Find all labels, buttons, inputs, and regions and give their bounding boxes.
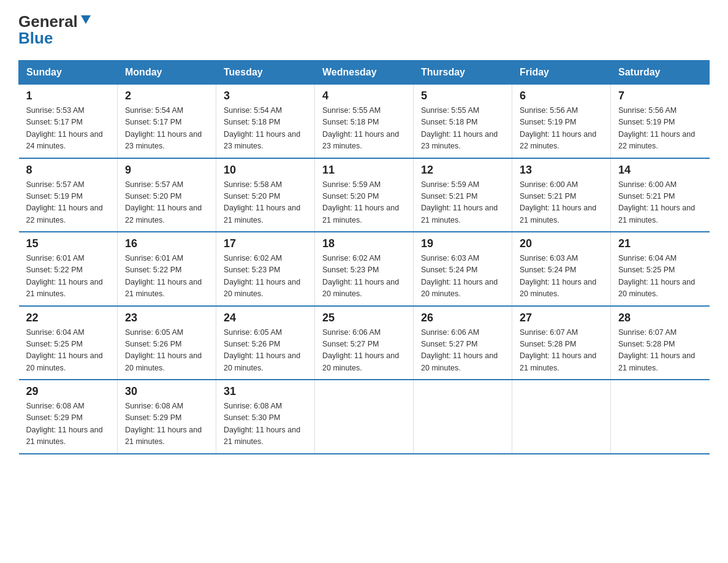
day-cell-16: 16 Sunrise: 6:01 AM Sunset: 5:22 PM Dayl… [118, 232, 216, 306]
day-cell-23: 23 Sunrise: 6:05 AM Sunset: 5:26 PM Dayl… [118, 306, 216, 380]
day-info: Sunrise: 5:56 AM Sunset: 5:19 PM Dayligh… [618, 105, 702, 153]
day-number: 22 [26, 312, 110, 324]
day-number: 31 [224, 385, 307, 398]
day-cell-2: 2 Sunrise: 5:54 AM Sunset: 5:17 PM Dayli… [118, 85, 216, 158]
weekday-header-row: SundayMondayTuesdayWednesdayThursdayFrid… [19, 61, 710, 85]
day-number: 30 [125, 385, 208, 398]
day-info: Sunrise: 5:59 AM Sunset: 5:20 PM Dayligh… [322, 179, 406, 227]
day-info: Sunrise: 5:54 AM Sunset: 5:17 PM Dayligh… [125, 105, 208, 153]
day-number: 15 [26, 237, 110, 250]
day-cell-9: 9 Sunrise: 5:57 AM Sunset: 5:20 PM Dayli… [118, 158, 216, 232]
day-number: 10 [224, 164, 307, 177]
day-number: 2 [125, 90, 208, 102]
day-info: Sunrise: 5:59 AM Sunset: 5:21 PM Dayligh… [421, 179, 504, 227]
day-cell-7: 7 Sunrise: 5:56 AM Sunset: 5:19 PM Dayli… [611, 85, 710, 158]
logo-arrow-icon [80, 13, 93, 29]
day-cell-1: 1 Sunrise: 5:53 AM Sunset: 5:17 PM Dayli… [19, 85, 118, 158]
day-cell-26: 26 Sunrise: 6:06 AM Sunset: 5:27 PM Dayl… [414, 306, 512, 380]
day-info: Sunrise: 5:55 AM Sunset: 5:18 PM Dayligh… [421, 105, 504, 153]
day-info: Sunrise: 6:03 AM Sunset: 5:24 PM Dayligh… [421, 253, 504, 301]
day-cell-10: 10 Sunrise: 5:58 AM Sunset: 5:20 PM Dayl… [216, 158, 315, 232]
day-info: Sunrise: 6:05 AM Sunset: 5:26 PM Dayligh… [224, 327, 307, 375]
weekday-header-friday: Friday [512, 61, 611, 85]
day-info: Sunrise: 6:07 AM Sunset: 5:28 PM Dayligh… [618, 327, 702, 375]
day-number: 24 [224, 312, 307, 324]
day-number: 8 [26, 164, 110, 177]
day-number: 19 [421, 237, 504, 250]
week-row-1: 1 Sunrise: 5:53 AM Sunset: 5:17 PM Dayli… [19, 85, 710, 158]
day-cell-3: 3 Sunrise: 5:54 AM Sunset: 5:18 PM Dayli… [216, 85, 315, 158]
day-number: 21 [618, 237, 702, 250]
day-info: Sunrise: 6:04 AM Sunset: 5:25 PM Dayligh… [26, 327, 110, 375]
day-cell-24: 24 Sunrise: 6:05 AM Sunset: 5:26 PM Dayl… [216, 306, 315, 380]
empty-cell [414, 380, 512, 454]
day-cell-31: 31 Sunrise: 6:08 AM Sunset: 5:30 PM Dayl… [216, 380, 315, 454]
day-info: Sunrise: 6:05 AM Sunset: 5:26 PM Dayligh… [125, 327, 208, 375]
day-number: 26 [421, 312, 504, 324]
day-number: 13 [520, 164, 603, 177]
day-number: 14 [618, 164, 702, 177]
empty-cell [315, 380, 414, 454]
day-cell-20: 20 Sunrise: 6:03 AM Sunset: 5:24 PM Dayl… [512, 232, 611, 306]
day-number: 16 [125, 237, 208, 250]
day-cell-22: 22 Sunrise: 6:04 AM Sunset: 5:25 PM Dayl… [19, 306, 118, 380]
day-info: Sunrise: 6:08 AM Sunset: 5:29 PM Dayligh… [26, 400, 110, 448]
week-row-2: 8 Sunrise: 5:57 AM Sunset: 5:19 PM Dayli… [19, 158, 710, 232]
day-cell-4: 4 Sunrise: 5:55 AM Sunset: 5:18 PM Dayli… [315, 85, 414, 158]
calendar-table: SundayMondayTuesdayWednesdayThursdayFrid… [18, 60, 710, 454]
logo-text-blue: Blue [18, 29, 53, 48]
day-cell-27: 27 Sunrise: 6:07 AM Sunset: 5:28 PM Dayl… [512, 306, 611, 380]
day-info: Sunrise: 6:08 AM Sunset: 5:30 PM Dayligh… [224, 400, 307, 448]
day-info: Sunrise: 5:58 AM Sunset: 5:20 PM Dayligh… [224, 179, 307, 227]
day-info: Sunrise: 5:55 AM Sunset: 5:18 PM Dayligh… [322, 105, 406, 153]
weekday-header-tuesday: Tuesday [216, 61, 315, 85]
page-header: General Blue [18, 12, 710, 48]
day-number: 11 [322, 164, 406, 177]
day-info: Sunrise: 6:01 AM Sunset: 5:22 PM Dayligh… [26, 253, 110, 301]
weekday-header-sunday: Sunday [19, 61, 118, 85]
day-number: 5 [421, 90, 504, 102]
day-cell-14: 14 Sunrise: 6:00 AM Sunset: 5:21 PM Dayl… [611, 158, 710, 232]
day-info: Sunrise: 6:06 AM Sunset: 5:27 PM Dayligh… [322, 327, 406, 375]
day-number: 28 [618, 312, 702, 324]
day-number: 9 [125, 164, 208, 177]
day-cell-6: 6 Sunrise: 5:56 AM Sunset: 5:19 PM Dayli… [512, 85, 611, 158]
day-info: Sunrise: 6:03 AM Sunset: 5:24 PM Dayligh… [520, 253, 603, 301]
day-info: Sunrise: 5:53 AM Sunset: 5:17 PM Dayligh… [26, 105, 110, 153]
day-number: 3 [224, 90, 307, 102]
logo: General Blue [18, 12, 93, 48]
day-number: 23 [125, 312, 208, 324]
day-number: 29 [26, 385, 110, 398]
day-info: Sunrise: 6:00 AM Sunset: 5:21 PM Dayligh… [520, 179, 603, 227]
day-cell-29: 29 Sunrise: 6:08 AM Sunset: 5:29 PM Dayl… [19, 380, 118, 454]
day-cell-13: 13 Sunrise: 6:00 AM Sunset: 5:21 PM Dayl… [512, 158, 611, 232]
empty-cell [611, 380, 710, 454]
empty-cell [512, 380, 611, 454]
day-number: 17 [224, 237, 307, 250]
day-info: Sunrise: 6:02 AM Sunset: 5:23 PM Dayligh… [224, 253, 307, 301]
weekday-header-monday: Monday [118, 61, 216, 85]
day-cell-17: 17 Sunrise: 6:02 AM Sunset: 5:23 PM Dayl… [216, 232, 315, 306]
svg-marker-0 [81, 15, 91, 24]
day-info: Sunrise: 6:06 AM Sunset: 5:27 PM Dayligh… [421, 327, 504, 375]
day-cell-11: 11 Sunrise: 5:59 AM Sunset: 5:20 PM Dayl… [315, 158, 414, 232]
day-info: Sunrise: 6:01 AM Sunset: 5:22 PM Dayligh… [125, 253, 208, 301]
day-number: 7 [618, 90, 702, 102]
day-info: Sunrise: 6:00 AM Sunset: 5:21 PM Dayligh… [618, 179, 702, 227]
day-number: 12 [421, 164, 504, 177]
weekday-header-thursday: Thursday [414, 61, 512, 85]
day-number: 25 [322, 312, 406, 324]
day-cell-15: 15 Sunrise: 6:01 AM Sunset: 5:22 PM Dayl… [19, 232, 118, 306]
day-cell-18: 18 Sunrise: 6:02 AM Sunset: 5:23 PM Dayl… [315, 232, 414, 306]
day-info: Sunrise: 5:54 AM Sunset: 5:18 PM Dayligh… [224, 105, 307, 153]
day-cell-21: 21 Sunrise: 6:04 AM Sunset: 5:25 PM Dayl… [611, 232, 710, 306]
weekday-header-wednesday: Wednesday [315, 61, 414, 85]
day-number: 20 [520, 237, 603, 250]
day-info: Sunrise: 5:56 AM Sunset: 5:19 PM Dayligh… [520, 105, 603, 153]
day-cell-8: 8 Sunrise: 5:57 AM Sunset: 5:19 PM Dayli… [19, 158, 118, 232]
day-info: Sunrise: 5:57 AM Sunset: 5:19 PM Dayligh… [26, 179, 110, 227]
day-number: 4 [322, 90, 406, 102]
day-number: 1 [26, 90, 110, 102]
day-cell-12: 12 Sunrise: 5:59 AM Sunset: 5:21 PM Dayl… [414, 158, 512, 232]
day-info: Sunrise: 6:02 AM Sunset: 5:23 PM Dayligh… [322, 253, 406, 301]
